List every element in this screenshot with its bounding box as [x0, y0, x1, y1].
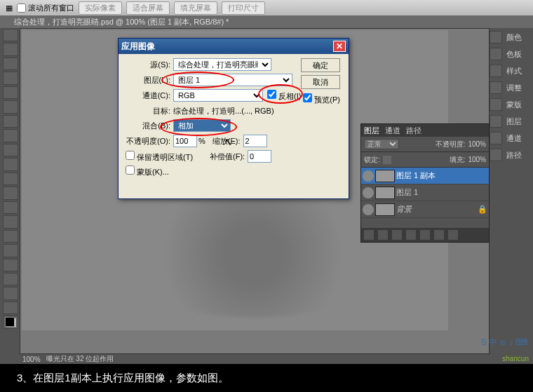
eraser-tool-icon[interactable]: [3, 173, 18, 185]
tab-layers[interactable]: 图层: [364, 126, 379, 136]
ime-icons: S 中 ⊕ ♪ ⌨: [481, 337, 527, 349]
shape-tool-icon[interactable]: [3, 273, 18, 285]
swatch-panel-icon[interactable]: [490, 48, 502, 60]
offset-label: 补偿值(F):: [210, 151, 245, 162]
app-icon: ▦: [6, 4, 13, 13]
fx-icon[interactable]: [378, 230, 388, 240]
dodge-tool-icon[interactable]: [3, 215, 18, 228]
scale-label: 缩放(E):: [212, 136, 241, 147]
gradient-tool-icon[interactable]: [3, 187, 18, 199]
status-info: 曝光只在 32 位起作用: [46, 354, 114, 364]
layer-thumbnail[interactable]: [375, 187, 395, 199]
layer-label: 图层(L):: [126, 75, 173, 86]
blend-mode-select[interactable]: 正常: [364, 139, 399, 149]
layer-select[interactable]: 图层 1: [173, 74, 292, 86]
visibility-icon[interactable]: [363, 170, 374, 182]
layers-label[interactable]: 图层: [504, 115, 533, 128]
mask-icon[interactable]: [392, 230, 402, 240]
blend-select[interactable]: 相加: [173, 119, 231, 132]
apply-image-dialog: 应用图像 ✕ 确定 取消 预览(P) 源(S): 综合处理，打造明亮眼睛... …: [118, 38, 349, 199]
marquee-tool-icon[interactable]: [3, 43, 18, 55]
new-layer-icon[interactable]: [434, 230, 444, 240]
styles-panel-icon[interactable]: [490, 65, 502, 77]
fg-color-icon[interactable]: [5, 317, 15, 327]
healing-tool-icon[interactable]: [3, 115, 18, 128]
channel-select[interactable]: RGB: [173, 89, 263, 102]
pen-tool-icon[interactable]: [3, 230, 18, 243]
tutorial-caption: 3、在图层1副本上执行应用图像，参数如图。: [0, 366, 533, 391]
target-label: 目标:: [126, 106, 173, 116]
tab-paths[interactable]: 路径: [406, 126, 421, 136]
dialog-titlebar[interactable]: 应用图像 ✕: [119, 39, 349, 54]
styles-label[interactable]: 样式: [504, 65, 533, 78]
type-tool-icon[interactable]: [3, 244, 18, 257]
channels-panel-icon[interactable]: [490, 132, 502, 144]
opacity-label: 不透明度(O):: [126, 136, 173, 147]
adjust-label[interactable]: 调整: [504, 81, 533, 95]
layer-thumbnail[interactable]: [375, 170, 395, 182]
layers-panel: 图层 通道 路径 正常 不透明度: 100% 锁定: 填充: 100% 图层 1…: [360, 123, 490, 243]
fill-screen-button[interactable]: 填充屏幕: [174, 1, 217, 15]
watermark: shancun: [502, 355, 529, 363]
tab-channels[interactable]: 通道: [385, 126, 400, 136]
layer-thumbnail[interactable]: [375, 203, 395, 216]
stamp-tool-icon[interactable]: [3, 144, 18, 156]
scroll-all-checkbox[interactable]: 滚动所有窗口: [17, 3, 74, 13]
panel-tabs: 图层 通道 路径: [361, 124, 489, 137]
swatch-label[interactable]: 色板: [504, 48, 533, 61]
masks-label[interactable]: 蒙版: [504, 98, 533, 111]
actual-pixels-button[interactable]: 实际像素: [79, 1, 122, 15]
color-swatch[interactable]: [3, 316, 18, 328]
fit-screen-button[interactable]: 适合屏幕: [126, 1, 170, 15]
invert-checkbox[interactable]: 反相(I): [267, 90, 301, 102]
crop-tool-icon[interactable]: [3, 86, 18, 99]
preview-checkbox[interactable]: 预览(P): [303, 93, 340, 105]
move-tool-icon[interactable]: [3, 29, 18, 41]
print-size-button[interactable]: 打印尺寸: [222, 1, 265, 15]
group-icon[interactable]: [420, 230, 430, 240]
tool-panel: [1, 28, 20, 330]
wand-tool-icon[interactable]: [3, 72, 18, 84]
opacity-input[interactable]: [173, 135, 197, 147]
blur-tool-icon[interactable]: [3, 201, 18, 214]
eyedropper-tool-icon[interactable]: [3, 100, 18, 113]
source-select[interactable]: 综合处理，打造明亮眼睛...: [173, 58, 271, 71]
visibility-icon[interactable]: [363, 187, 374, 198]
trash-icon[interactable]: [448, 230, 458, 240]
layers-footer: [361, 228, 489, 242]
history-brush-icon[interactable]: [3, 158, 18, 170]
document-tab[interactable]: 综合处理，打造明亮眼睛.psd @ 100% (图层 1 副本, RGB/8#)…: [0, 15, 533, 28]
lock-icon[interactable]: [383, 156, 391, 164]
adjust-panel-icon[interactable]: [490, 81, 502, 94]
preserve-checkbox[interactable]: 保留透明区域(T): [126, 151, 210, 163]
lasso-tool-icon[interactable]: [3, 58, 18, 70]
adjustment-icon[interactable]: [406, 230, 416, 240]
paths-panel-icon[interactable]: [490, 149, 502, 161]
zoom-tool-icon[interactable]: [3, 302, 18, 314]
visibility-icon[interactable]: [363, 204, 374, 215]
masks-panel-icon[interactable]: [490, 98, 502, 111]
layers-panel-icon[interactable]: [490, 115, 502, 128]
brush-tool-icon[interactable]: [3, 129, 18, 142]
offset-input[interactable]: [248, 150, 271, 163]
link-icon[interactable]: [364, 230, 374, 240]
scale-input[interactable]: [243, 135, 267, 147]
layer-name: 图层 1 副本: [396, 170, 436, 181]
cancel-button[interactable]: 取消: [301, 75, 340, 89]
layer-row[interactable]: 背景 🔒: [361, 201, 489, 218]
channels-label[interactable]: 通道: [504, 132, 533, 145]
color-panel-icon[interactable]: [490, 31, 502, 43]
zoom-level[interactable]: 100%: [22, 356, 41, 363]
color-label[interactable]: 颜色: [504, 31, 533, 44]
layer-name: 背景: [396, 204, 412, 215]
close-icon[interactable]: ✕: [333, 41, 346, 52]
blend-label: 混合(B):: [126, 121, 173, 131]
paths-label[interactable]: 路径: [504, 149, 533, 162]
layer-row[interactable]: 图层 1 副本: [361, 168, 489, 184]
mask-checkbox[interactable]: 蒙版(K)...: [126, 165, 169, 177]
layer-name: 图层 1: [396, 187, 418, 198]
path-tool-icon[interactable]: [3, 259, 18, 271]
hand-tool-icon[interactable]: [3, 287, 18, 299]
layer-row[interactable]: 图层 1: [361, 184, 489, 201]
ok-button[interactable]: 确定: [301, 58, 340, 72]
